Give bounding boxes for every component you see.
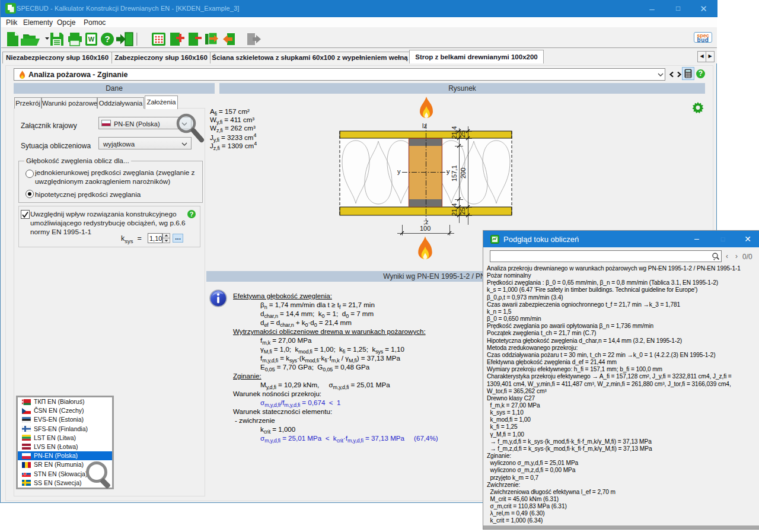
svg-text:lz: lz bbox=[422, 122, 427, 129]
svg-text:25: 25 bbox=[459, 130, 466, 138]
svg-text:y: y bbox=[397, 168, 401, 175]
svg-text:W: W bbox=[88, 36, 95, 43]
svg-text:100: 100 bbox=[420, 225, 430, 232]
svg-text:157,1: 157,1 bbox=[451, 165, 458, 181]
svg-text:25: 25 bbox=[459, 208, 466, 215]
svg-text:?: ? bbox=[104, 34, 110, 44]
svg-text:21,4: 21,4 bbox=[451, 203, 458, 216]
svg-text:y: y bbox=[447, 168, 450, 175]
svg-text:200: 200 bbox=[460, 168, 467, 179]
svg-text:21,4: 21,4 bbox=[451, 126, 458, 139]
